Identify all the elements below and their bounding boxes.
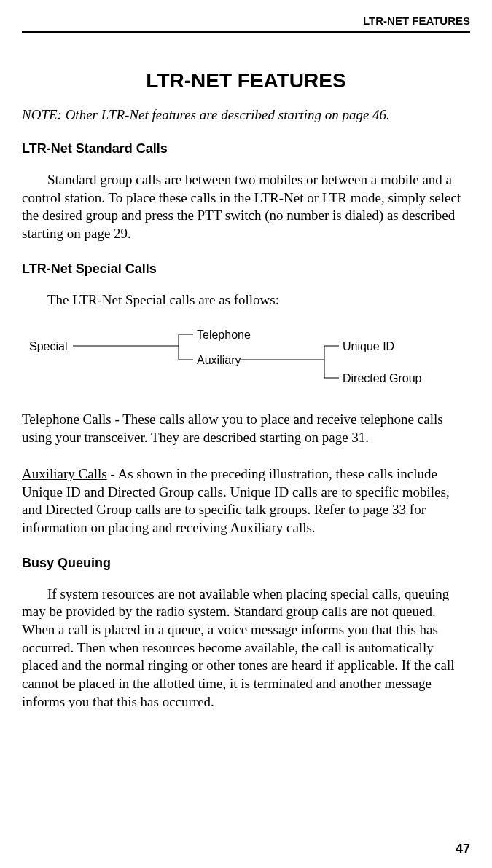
page-title: LTR-NET FEATURES xyxy=(22,69,470,92)
diagram-label-directed-group: Directed Group xyxy=(343,372,422,385)
note-text: NOTE: Other LTR-Net features are describ… xyxy=(22,107,470,123)
auxiliary-calls-label: Auxiliary Calls xyxy=(22,466,107,481)
diagram-label-telephone: Telephone xyxy=(197,328,251,342)
intro-special-calls: The LTR-Net Special calls are as follows… xyxy=(22,291,470,309)
diagram-label-special: Special xyxy=(29,340,67,353)
page-header: LTR-NET FEATURES xyxy=(22,15,470,33)
body-busy-queuing: If system resources are not available wh… xyxy=(22,585,470,711)
page-number: 47 xyxy=(456,842,470,857)
heading-special-calls: LTR-Net Special Calls xyxy=(22,261,470,277)
diagram-label-auxiliary: Auxiliary xyxy=(197,354,241,367)
heading-standard-calls: LTR-Net Standard Calls xyxy=(22,141,470,157)
body-telephone-calls: Telephone Calls - These calls allow you … xyxy=(22,411,470,446)
body-standard-calls: Standard group calls are between two mob… xyxy=(22,171,470,243)
body-auxiliary-calls: Auxiliary Calls - As shown in the preced… xyxy=(22,465,470,537)
heading-busy-queuing: Busy Queuing xyxy=(22,556,470,571)
telephone-calls-label: Telephone Calls xyxy=(22,411,112,427)
diagram-label-unique-id: Unique ID xyxy=(343,340,394,353)
call-types-diagram: Special Telephone Auxiliary Unique ID Di… xyxy=(22,327,470,392)
